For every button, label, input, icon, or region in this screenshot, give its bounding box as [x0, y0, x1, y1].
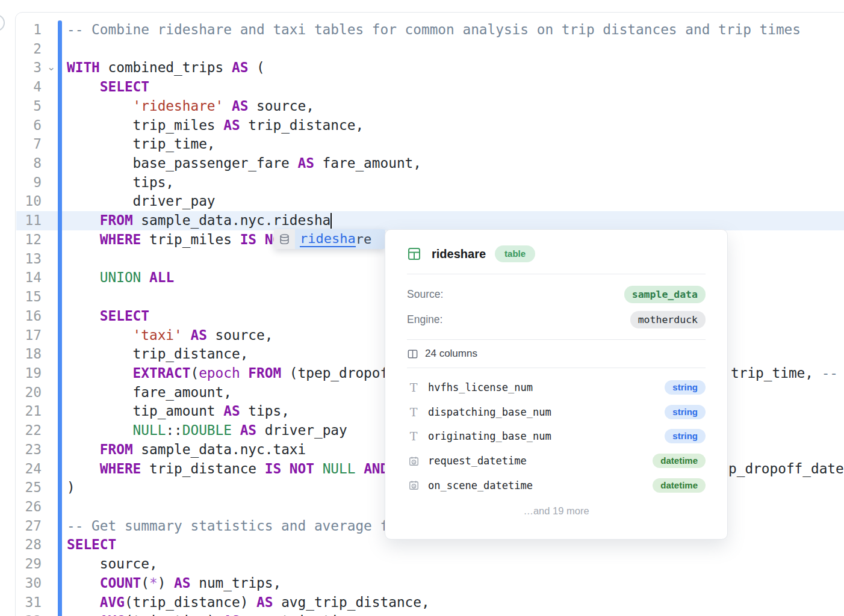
code-line-9[interactable]: tips, [67, 173, 844, 192]
line-number: 11 [16, 211, 42, 230]
code-token: FROM [248, 365, 281, 381]
collapsed-sidebar-button[interactable] [0, 14, 5, 31]
code-token: sample_data.nyc.ridesha [133, 212, 331, 228]
column-name: dispatching_base_num [428, 406, 551, 418]
code-token: trip_distance, [240, 117, 364, 133]
code-line-5[interactable]: 'rideshare' AS source, [67, 97, 844, 116]
code-token: AS [174, 575, 190, 591]
code-token: 'taxi' [133, 327, 182, 343]
code-token: AVG [100, 613, 125, 616]
column-row: on_scene_datetimedatetime [407, 473, 706, 497]
line-number: 10 [16, 192, 42, 211]
code-line-32[interactable]: AVG(trip_time) AS avg_trip_time, [67, 612, 844, 616]
code-token: fare_amount, [67, 384, 232, 400]
code-token [223, 98, 232, 114]
meta-row: Engine:motherduck [407, 307, 706, 332]
code-token [67, 98, 133, 114]
code-line-3[interactable]: WITH combined_trips AS ( [67, 58, 844, 78]
code-token [67, 613, 100, 616]
code-token: AS [232, 98, 248, 114]
code-token [232, 422, 240, 438]
code-token: AS [223, 117, 240, 133]
code-token: tips, [240, 403, 290, 419]
column-type-pill: datetime [653, 454, 706, 468]
line-number: 21 [16, 402, 42, 421]
column-name: on_scene_datetime [428, 479, 533, 491]
code-token: UNION [100, 270, 141, 285]
more-columns-label: …and 19 more [385, 505, 727, 517]
code-token: WITH [67, 60, 100, 75]
line-number: 19 [16, 364, 42, 383]
code-token: source, [67, 556, 158, 571]
code-line-30[interactable]: COUNT(*) AS num_trips, [67, 574, 844, 593]
meta-value-pill: motherduck [630, 311, 706, 328]
line-number: 27 [16, 517, 42, 536]
table-info-popup: rideshare table Source:sample_dataEngine… [385, 229, 728, 540]
changed-lines-gutter-bar [58, 20, 62, 616]
code-line-29[interactable]: source, [67, 555, 844, 574]
code-line-8[interactable]: base_passenger_fare AS fare_amount, [67, 154, 844, 173]
line-number: 22 [16, 421, 42, 440]
line-number: 8 [16, 154, 42, 173]
meta-label: Engine: [407, 313, 442, 326]
code-token: ( [190, 365, 199, 381]
code-line-2[interactable] [67, 40, 844, 59]
code-token: FROM [100, 442, 133, 457]
code-token: WHERE [100, 232, 141, 247]
code-line-31[interactable]: AVG(trip_distance) AS avg_trip_distance, [67, 593, 844, 612]
code-line-4[interactable]: SELECT [67, 78, 844, 97]
code-token [314, 461, 323, 476]
code-token: source, [248, 98, 314, 114]
line-number: 31 [16, 593, 42, 612]
line-number: 2 [16, 40, 42, 59]
suggestion-label[interactable]: rideshare [295, 229, 385, 249]
calendar-clock-icon [407, 479, 420, 491]
code-token: AS [256, 594, 273, 610]
code-line-6[interactable]: trip_miles AS trip_distance, [67, 116, 844, 135]
column-row: request_datetimedatetime [407, 449, 706, 473]
column-row: Toriginating_base_numstring [407, 424, 706, 449]
code-token [67, 327, 133, 343]
code-line-7[interactable]: trip_time, [67, 135, 844, 154]
line-number: 1 [16, 20, 42, 40]
table-icon [407, 247, 421, 261]
code-token: ( [248, 60, 264, 75]
line-number: 4 [16, 78, 42, 97]
code-token [67, 442, 100, 457]
autocomplete-suggestion[interactable]: rideshare [274, 229, 385, 249]
code-token: AS [223, 613, 240, 616]
code-token: 'rideshare' [133, 98, 224, 114]
code-token: trip_distance [141, 461, 264, 476]
line-number: 16 [16, 307, 42, 326]
database-icon [274, 229, 295, 249]
code-token: trip_miles [141, 232, 240, 247]
code-line-fragment: trip_time, -- in seconds [731, 364, 844, 383]
code-line-11[interactable]: FROM sample_data.nyc.ridesha [67, 211, 844, 230]
columns-count-row: 24 columns [385, 340, 727, 368]
code-line-10[interactable]: driver_pay [67, 192, 844, 211]
column-type-pill: string [665, 405, 706, 419]
line-number: 13 [16, 250, 42, 269]
code-token: driver_pay [256, 422, 347, 438]
column-type-pill: datetime [653, 478, 706, 493]
column-type-pill: string [665, 429, 706, 443]
code-token [67, 79, 100, 94]
line-number: 15 [16, 288, 42, 307]
code-token: tips, [67, 174, 174, 190]
line-number: 30 [16, 574, 42, 593]
code-line-1[interactable]: -- Combine rideshare and taxi tables for… [67, 20, 844, 40]
line-number: 5 [16, 97, 42, 116]
line-number: 26 [16, 497, 42, 517]
column-type-pill: string [665, 380, 706, 395]
code-token: trip_distance, [67, 346, 248, 362]
code-token: :: [166, 422, 182, 438]
code-token: p_dropoff_datetime [728, 461, 844, 476]
code-token: ) [158, 575, 174, 591]
code-token: ) [67, 479, 75, 495]
code-token: WHERE [100, 461, 141, 476]
code-token: avg_trip_distance, [273, 594, 429, 610]
fold-chevron-down-icon[interactable]: ⌄ [45, 58, 58, 78]
line-number: 32 [16, 612, 42, 616]
code-token: (trip_distance) [125, 594, 256, 610]
code-token [67, 308, 100, 324]
